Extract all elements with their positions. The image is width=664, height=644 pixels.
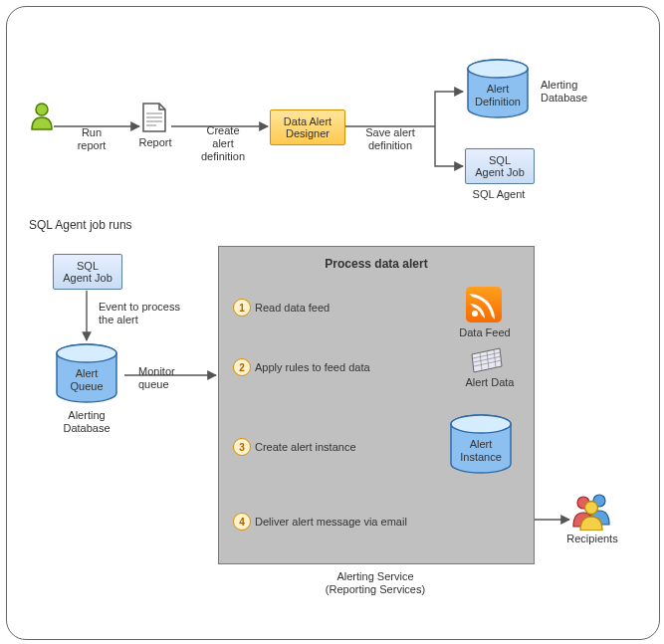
save-def-label: Save alert definition xyxy=(355,126,425,152)
sql-agent-label: SQL Agent xyxy=(465,188,533,201)
step-badge-3: 3 xyxy=(233,438,251,456)
alert-data-label: Alert Data xyxy=(460,376,520,389)
process-title: Process data alert xyxy=(219,257,534,271)
rss-icon xyxy=(466,287,502,322)
alert-queue-cyl-label: Alert Queue xyxy=(52,367,121,393)
alert-definition-cylinder: Alert Definition xyxy=(463,59,533,120)
alerting-service-label: Alerting Service (Reporting Services) xyxy=(218,570,533,596)
step-badge-4: 4 xyxy=(233,513,251,531)
alert-data-icon xyxy=(470,346,504,374)
recipients-icon xyxy=(569,491,613,531)
report-icon xyxy=(141,102,167,133)
alert-instance-cylinder: Alert Instance xyxy=(446,414,516,476)
user-icon xyxy=(29,102,55,131)
step-text-2: Apply rules to feed data xyxy=(255,361,370,374)
diagram-frame: Run report Report Create alert definitio… xyxy=(6,6,660,640)
step-text-1: Read data feed xyxy=(255,302,330,315)
process-box: Process data alert 1 Read data feed Data… xyxy=(218,246,535,564)
svg-point-15 xyxy=(468,60,528,78)
sql-agent-job-left: SQL Agent Job xyxy=(53,254,122,290)
section-header: SQL Agent job runs xyxy=(29,218,132,232)
svg-point-9 xyxy=(36,104,48,115)
alerting-db-label-left: Alerting Database xyxy=(52,409,121,435)
create-def-label: Create alert definition xyxy=(188,124,258,164)
data-feed-label: Data Feed xyxy=(456,326,514,339)
alert-instance-cyl-label: Alert Instance xyxy=(446,438,516,464)
step-text-3: Create alert instance xyxy=(255,441,356,454)
event-label: Event to process the alert xyxy=(99,301,198,326)
recipients-label: Recipients xyxy=(562,533,622,545)
svg-point-25 xyxy=(451,415,511,433)
alert-definition-cyl-label: Alert Definition xyxy=(463,83,533,108)
step-badge-1: 1 xyxy=(233,299,251,317)
svg-point-17 xyxy=(57,344,116,362)
step-badge-2: 2 xyxy=(233,358,251,376)
svg-point-28 xyxy=(585,502,598,515)
step-text-4: Deliver alert message via email xyxy=(255,516,407,529)
monitor-queue-label: Monitor queue xyxy=(138,365,193,391)
alert-queue-cylinder: Alert Queue xyxy=(52,343,121,405)
data-feed-icon xyxy=(466,287,502,322)
run-report-label: Run report xyxy=(67,126,116,152)
alerting-db-label-top: Alerting Database xyxy=(541,79,594,105)
data-alert-designer-box: Data Alert Designer xyxy=(270,109,345,145)
diagram-canvas: Run report Report Create alert definitio… xyxy=(0,0,664,644)
sql-agent-job-top: SQL Agent Job xyxy=(465,148,535,184)
report-icon-label: Report xyxy=(134,136,176,149)
